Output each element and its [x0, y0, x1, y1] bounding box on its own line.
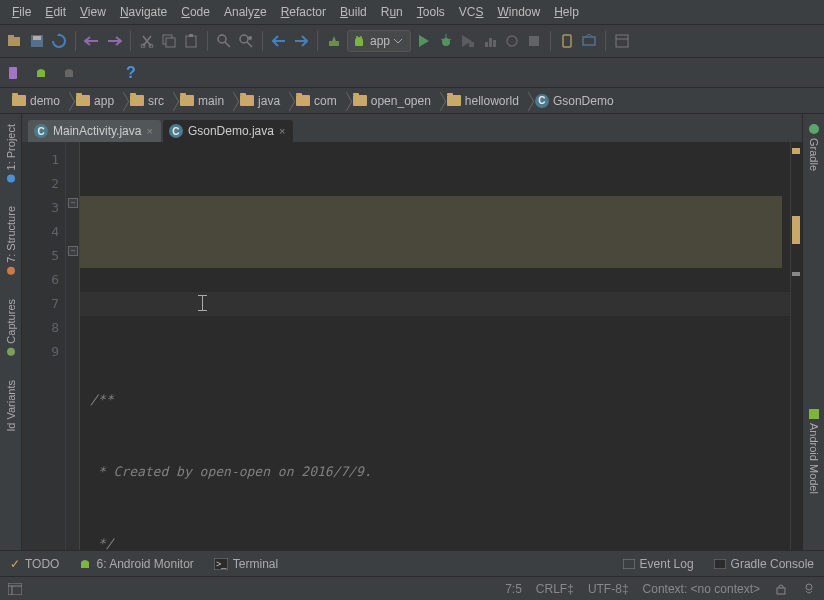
editor-area: C MainActivity.java × C GsonDemo.java × … — [22, 114, 802, 550]
menu-analyze[interactable]: Analyze — [218, 3, 273, 21]
menu-run[interactable]: Run — [375, 3, 409, 21]
secondary-toolbar: ? — [0, 58, 824, 88]
svg-rect-0 — [8, 37, 20, 46]
warning-marker[interactable] — [792, 216, 800, 244]
fold-gutter: − − — [66, 142, 80, 550]
breadcrumb-item[interactable]: app — [70, 93, 124, 109]
save-icon[interactable] — [28, 32, 46, 50]
breadcrumb-item[interactable]: java — [234, 93, 290, 109]
make-icon[interactable] — [325, 32, 343, 50]
tool-project[interactable]: 1: Project — [3, 118, 19, 188]
attach-debugger-icon[interactable] — [503, 32, 521, 50]
stop-icon[interactable] — [525, 32, 543, 50]
tool-windows-icon[interactable] — [8, 582, 22, 596]
replace-icon[interactable] — [237, 32, 255, 50]
tool-build-variants[interactable]: ld Variants — [3, 374, 19, 437]
svg-point-10 — [218, 35, 226, 43]
run-configuration-selector[interactable]: app — [347, 30, 411, 52]
close-tab-icon[interactable]: × — [146, 125, 152, 137]
fold-toggle-icon[interactable]: − — [68, 246, 78, 256]
debug-icon[interactable] — [437, 32, 455, 50]
chevron-down-icon — [394, 39, 402, 44]
navigation-bar: demo app src main java com open_open hel… — [0, 88, 824, 114]
redo-icon[interactable] — [105, 32, 123, 50]
svg-point-12 — [240, 35, 248, 43]
sync-icon[interactable] — [50, 32, 68, 50]
line-number-gutter: 123 456 789 — [22, 142, 66, 550]
tool-captures[interactable]: Captures — [3, 293, 19, 362]
warning-marker[interactable] — [792, 148, 800, 154]
menu-file[interactable]: File — [6, 3, 37, 21]
error-stripe[interactable] — [790, 142, 802, 550]
breadcrumb-item[interactable]: open_open — [347, 93, 441, 109]
undo-icon[interactable] — [83, 32, 101, 50]
menu-window[interactable]: Window — [491, 3, 546, 21]
folder-icon — [12, 95, 26, 106]
ibeam-cursor-icon — [198, 295, 207, 311]
svg-point-19 — [442, 38, 450, 46]
editor-tab[interactable]: C MainActivity.java × — [28, 120, 161, 142]
breadcrumb-item[interactable]: main — [174, 93, 234, 109]
cut-icon[interactable] — [138, 32, 156, 50]
class-icon: C — [34, 124, 48, 138]
separator — [550, 31, 551, 51]
tool-todo[interactable]: ✓TODO — [10, 557, 59, 571]
svg-rect-34 — [37, 71, 45, 77]
svg-rect-9 — [189, 34, 193, 37]
sdk-manager-icon[interactable] — [580, 32, 598, 50]
project-structure-icon[interactable] — [613, 32, 631, 50]
menu-refactor[interactable]: Refactor — [275, 3, 332, 21]
code-editor[interactable]: 123 456 789 − − package com.open_open.he… — [22, 142, 802, 550]
svg-rect-1 — [8, 35, 14, 38]
editor-tab[interactable]: C GsonDemo.java × — [163, 120, 293, 142]
android-icon — [352, 34, 366, 48]
separator — [605, 31, 606, 51]
open-icon[interactable] — [6, 32, 24, 50]
breadcrumb-item[interactable]: src — [124, 93, 174, 109]
find-icon[interactable] — [215, 32, 233, 50]
svg-rect-8 — [186, 36, 196, 47]
coverage-icon[interactable] — [459, 32, 477, 50]
tool-gradle[interactable]: Gradle — [806, 118, 822, 177]
breadcrumb-item[interactable]: CGsonDemo — [529, 93, 624, 109]
menu-help[interactable]: Help — [548, 3, 585, 21]
breadcrumb-item[interactable]: helloworld — [441, 93, 529, 109]
menu-tools[interactable]: Tools — [411, 3, 451, 21]
separator — [75, 31, 76, 51]
menu-code[interactable]: Code — [175, 3, 216, 21]
help-icon[interactable]: ? — [124, 66, 138, 80]
android-dark-icon[interactable] — [62, 66, 76, 80]
code-text[interactable]: package com.open_open.helloworld; /** * … — [80, 142, 790, 550]
run-icon[interactable] — [415, 32, 433, 50]
separator — [317, 31, 318, 51]
profile-icon[interactable] — [481, 32, 499, 50]
svg-rect-33 — [9, 67, 17, 79]
fold-toggle-icon[interactable]: − — [68, 198, 78, 208]
marker[interactable] — [792, 272, 800, 276]
menu-view[interactable]: View — [74, 3, 112, 21]
svg-rect-15 — [329, 41, 339, 46]
menu-build[interactable]: Build — [334, 3, 373, 21]
close-tab-icon[interactable]: × — [279, 125, 285, 137]
menu-edit[interactable]: Edit — [39, 3, 72, 21]
current-line-highlight — [80, 292, 790, 316]
paste-icon[interactable] — [182, 32, 200, 50]
android-small-icon[interactable] — [34, 66, 48, 80]
editor-tabs: C MainActivity.java × C GsonDemo.java × — [22, 114, 802, 142]
avd-manager-icon[interactable] — [558, 32, 576, 50]
tool-structure[interactable]: 7: Structure — [3, 200, 19, 281]
tool-android-model[interactable]: Android Model — [806, 403, 822, 500]
breadcrumb-item[interactable]: demo — [6, 93, 70, 109]
menu-bar: File Edit View Navigate Code Analyze Ref… — [0, 0, 824, 24]
menu-navigate[interactable]: Navigate — [114, 3, 173, 21]
breadcrumb-item[interactable]: com — [290, 93, 347, 109]
svg-rect-7 — [166, 38, 175, 47]
forward-icon[interactable] — [292, 32, 310, 50]
menu-vcs[interactable]: VCS — [453, 3, 490, 21]
device-icon[interactable] — [6, 66, 20, 80]
hector-icon[interactable] — [802, 582, 816, 596]
class-icon: C — [169, 124, 183, 138]
back-icon[interactable] — [270, 32, 288, 50]
main-toolbar: app — [0, 24, 824, 58]
copy-icon[interactable] — [160, 32, 178, 50]
